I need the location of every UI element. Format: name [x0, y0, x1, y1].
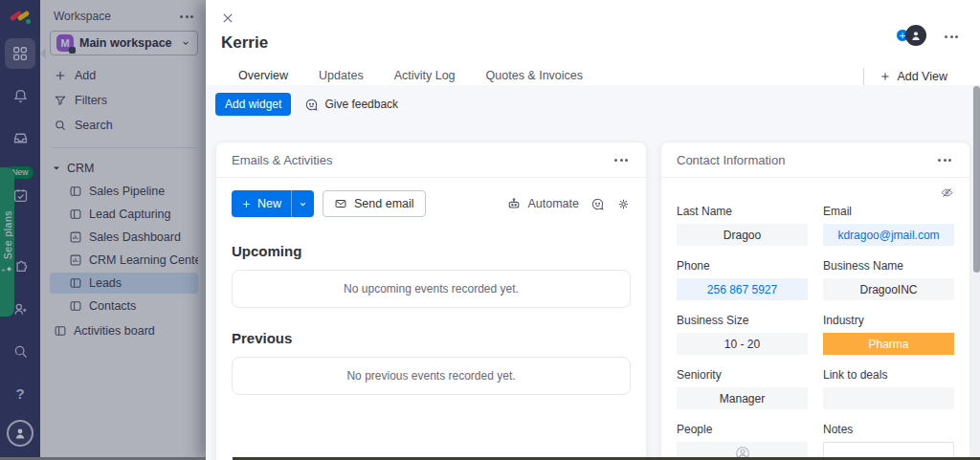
- upcoming-empty-state: No upcoming events recorded yet.: [232, 270, 631, 308]
- sidebar-item-activities-board[interactable]: Activities board: [50, 320, 198, 341]
- field-business-name: Business Name DragooINC: [823, 259, 954, 300]
- feedback-bubble-icon: [304, 98, 319, 112]
- scrollbar-thumb[interactable]: [973, 86, 980, 273]
- workspace-name: Main workspace: [79, 36, 174, 50]
- sidebar-search-label: Search: [75, 119, 113, 132]
- plus-icon: [241, 199, 252, 209]
- sidebar-item-lead-capturing[interactable]: Lead Capturing: [50, 204, 198, 225]
- field-last-name: Last Name Dragoo: [677, 205, 808, 246]
- field-business-size: Business Size 10 - 20: [677, 314, 808, 355]
- field-label: Email: [823, 205, 954, 218]
- sidebar-item-label: Lead Capturing: [89, 208, 170, 221]
- phone-cell[interactable]: 256 867 5927: [677, 278, 808, 300]
- envelope-icon: [334, 197, 347, 210]
- send-email-label: Send email: [354, 197, 414, 210]
- robot-icon: [506, 196, 522, 211]
- automate-button[interactable]: Automate: [506, 196, 579, 211]
- field-label: Industry: [823, 314, 954, 327]
- hidden-fields-eye-off-icon[interactable]: [940, 186, 954, 200]
- chevron-down-icon: [180, 37, 191, 49]
- sidebar-item-crm-learning-center[interactable]: CRM Learning Center: [50, 250, 198, 271]
- emails-panel-menu-dots-icon[interactable]: [612, 156, 631, 164]
- field-phone: Phone 256 867 5927: [677, 259, 808, 300]
- dashboard-icon: [69, 230, 82, 244]
- add-view-button[interactable]: Add View: [863, 68, 961, 85]
- field-email: Email kdragoo@jmail.com: [823, 205, 954, 246]
- add-view-label: Add View: [897, 70, 947, 83]
- email-cell[interactable]: kdragoo@jmail.com: [823, 224, 954, 246]
- new-button-chevron[interactable]: [291, 190, 314, 217]
- business-name-cell[interactable]: DragooINC: [823, 278, 954, 300]
- close-icon[interactable]: [221, 11, 234, 25]
- field-label: Link to deals: [823, 368, 954, 382]
- sidebar-divider: [52, 147, 196, 148]
- workspace-sidebar: Workspace M Main workspace Add Filters S…: [40, 0, 206, 460]
- person-icon: [909, 29, 923, 42]
- sidebar-item-label: CRM Learning Center: [89, 253, 198, 267]
- field-label: Notes: [823, 423, 954, 436]
- send-email-button[interactable]: Send email: [323, 190, 426, 217]
- contact-panel-title: Contact Information: [677, 153, 785, 167]
- field-label: Seniority: [677, 368, 808, 382]
- board-icon: [69, 276, 82, 290]
- sidebar-item-sales-pipeline[interactable]: Sales Pipeline: [50, 181, 198, 202]
- workspace-selector[interactable]: M Main workspace: [50, 31, 198, 55]
- sidebar-item-label: Sales Dashboard: [89, 230, 181, 244]
- add-widget-button[interactable]: Add widget: [215, 93, 291, 116]
- field-industry: Industry Pharma: [823, 314, 954, 355]
- plus-icon: [880, 71, 891, 82]
- last-name-cell[interactable]: Dragoo: [677, 224, 808, 246]
- previous-heading: Previous: [232, 330, 631, 346]
- business-size-cell[interactable]: 10 - 20: [677, 333, 808, 355]
- monday-logo: [10, 10, 31, 25]
- subscribers-avatar[interactable]: +: [903, 25, 926, 48]
- sidebar-search-button[interactable]: Search: [50, 115, 198, 136]
- field-label: Business Name: [823, 259, 954, 273]
- field-notes: Notes: [823, 423, 954, 460]
- sidebar-group-crm[interactable]: CRM: [50, 158, 198, 179]
- user-avatar[interactable]: [7, 420, 33, 447]
- see-plans-tab[interactable]: See plans ✦⁺: [0, 167, 14, 317]
- inbox-icon[interactable]: [5, 122, 35, 153]
- help-icon[interactable]: ?: [5, 378, 35, 408]
- sparkle-icon: ✦⁺: [1, 264, 12, 274]
- sidebar-item-leads[interactable]: Leads: [50, 273, 198, 294]
- sidebar-item-sales-dashboard[interactable]: Sales Dashboard: [50, 227, 198, 248]
- page-scrollbar[interactable]: [972, 85, 980, 460]
- sidebar-item-label: Contacts: [89, 299, 136, 313]
- sidebar-filters-label: Filters: [75, 94, 107, 107]
- sidebar-add-button[interactable]: Add: [50, 65, 198, 86]
- industry-status-cell[interactable]: Pharma: [823, 333, 954, 355]
- board-icon: [69, 299, 82, 313]
- board-icon: [69, 185, 82, 198]
- sidebar-add-label: Add: [75, 69, 96, 82]
- contact-information-panel: Contact Information Last Name Dr: [660, 142, 970, 460]
- upcoming-heading: Upcoming: [232, 243, 631, 259]
- chevron-down-icon: [298, 199, 308, 209]
- give-feedback-label: Give feedback: [324, 98, 398, 111]
- sidebar-item-label: Sales Pipeline: [89, 185, 165, 198]
- workspace-menu-dots-icon[interactable]: [177, 12, 196, 21]
- gear-icon[interactable]: [616, 197, 631, 211]
- feedback-bubble-icon[interactable]: [590, 197, 605, 211]
- sidebar-item-contacts[interactable]: Contacts: [50, 296, 198, 317]
- funnel-icon: [54, 94, 67, 107]
- new-activity-button[interactable]: New: [232, 190, 314, 217]
- see-plans-label: See plans: [2, 210, 13, 259]
- new-button-label: New: [257, 197, 281, 210]
- work-management-icon[interactable]: [5, 38, 35, 69]
- global-search-icon[interactable]: [5, 336, 35, 366]
- field-seniority: Seniority Manager: [677, 368, 808, 409]
- board-icon: [69, 208, 82, 221]
- field-label: People: [677, 423, 808, 436]
- contact-panel-menu-dots-icon[interactable]: [935, 156, 954, 164]
- caret-down-icon: [52, 164, 61, 173]
- card-menu-dots-icon[interactable]: [942, 33, 961, 41]
- link-to-deals-cell[interactable]: [823, 387, 954, 409]
- seniority-cell[interactable]: Manager: [677, 387, 808, 409]
- search-icon: [54, 119, 67, 132]
- sidebar-filters-button[interactable]: Filters: [50, 90, 198, 111]
- notifications-bell-icon[interactable]: [5, 80, 35, 111]
- give-feedback-button[interactable]: Give feedback: [304, 98, 398, 112]
- sidebar-collapse-arrow[interactable]: [40, 48, 46, 59]
